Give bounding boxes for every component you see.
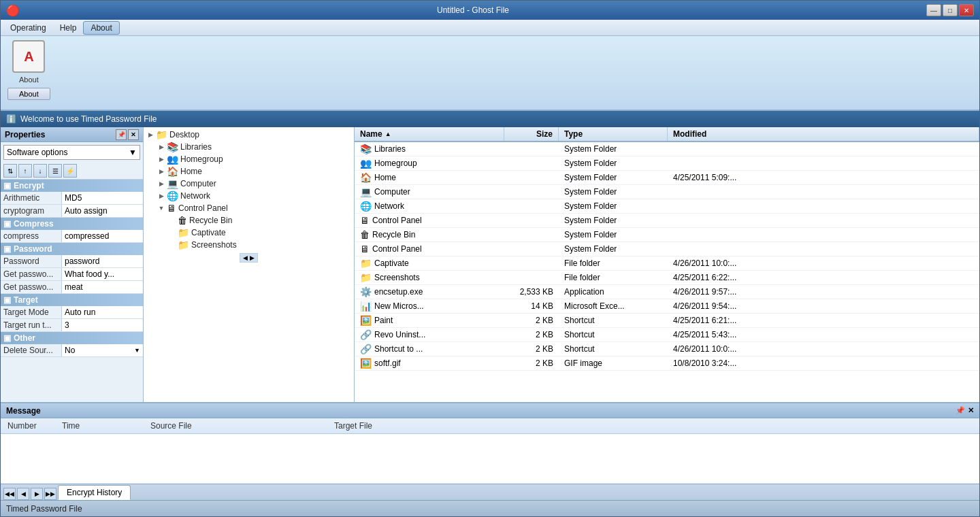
file-name-screenshots: 📁Screenshots <box>355 271 504 284</box>
prop-value-compress[interactable]: compressed <box>62 230 143 242</box>
tree-item-controlpanel[interactable]: ▼ 🖥 Control Panel <box>145 202 353 214</box>
file-row-captivate[interactable]: 📁Captivate File folder 4/26/2011 10:0:..… <box>355 256 979 271</box>
prop-tool-5[interactable]: ⚡ <box>63 164 77 178</box>
prop-key-getpw1: Get passwo... <box>1 268 62 280</box>
file-row-home[interactable]: 🏠Home System Folder 4/25/2011 5:09:... <box>355 171 979 185</box>
file-size-revo: 2 KB <box>504 329 559 341</box>
prop-close-button[interactable]: ✕ <box>128 129 139 140</box>
file-row-softf[interactable]: 🖼️softf.gif 2 KB GIF image 10/8/2010 3:2… <box>355 356 979 371</box>
tab-nav-prev[interactable]: ◀ <box>17 488 29 500</box>
tree-item-screenshots[interactable]: 📁 Screenshots <box>145 239 353 251</box>
prop-row-targetrunt: Target run t... 3 <box>1 319 143 332</box>
file-type-newmicros: Microsoft Exce... <box>559 300 668 312</box>
message-pin-btn[interactable]: 📌 <box>956 406 965 415</box>
file-row-newmicros[interactable]: 📊New Micros... 14 KB Microsoft Exce... 4… <box>355 299 979 314</box>
file-size-captivate <box>504 262 559 265</box>
tree-label-homegroup: Homegroup <box>180 154 223 164</box>
file-row-recyclebin[interactable]: 🗑Recycle Bin System Folder <box>355 228 979 242</box>
prop-value-targetrunt[interactable]: 3 <box>62 319 143 331</box>
prop-tool-4[interactable]: ☰ <box>48 164 62 178</box>
close-button[interactable]: ✕ <box>959 4 974 16</box>
file-row-revo[interactable]: 🔗Revo Uninst... 2 KB Shortcut 4/25/2011 … <box>355 328 979 342</box>
file-row-paint[interactable]: 🖼️Paint 2 KB Shortcut 4/25/2011 6:21:... <box>355 314 979 328</box>
section-target[interactable]: ▣ Target <box>1 294 143 306</box>
prop-value-arithmetic[interactable]: MD5 <box>62 192 143 204</box>
tree-item-recyclebin[interactable]: 🗑 Recycle Bin <box>145 214 353 227</box>
col-modified[interactable]: Modified <box>668 127 979 141</box>
minimize-button[interactable]: — <box>926 4 941 16</box>
col-name[interactable]: Name ▲ <box>355 127 504 141</box>
tree-item-computer[interactable]: ▶ 💻 Computer <box>145 178 353 190</box>
tree-toggle-controlpanel[interactable]: ▼ <box>156 203 167 214</box>
tree-item-captivate[interactable]: 📁 Captivate <box>145 227 353 239</box>
tree-toggle-home[interactable]: ▶ <box>156 166 167 177</box>
prop-value-getpw2[interactable]: meat <box>62 281 143 293</box>
tree-item-desktop[interactable]: ▶ 📁 Desktop <box>145 129 353 141</box>
tree-h-scroll[interactable]: ◀ ▶ <box>240 253 258 263</box>
col-type-label: Type <box>564 129 583 139</box>
prop-row-getpw2: Get passwo... meat <box>1 281 143 294</box>
section-compress[interactable]: ▣ Compress <box>1 218 143 230</box>
properties-title: Properties <box>5 130 45 139</box>
about-icon-large[interactable]: A <box>12 40 45 73</box>
file-name-network: 🌐Network <box>355 199 504 213</box>
tree-toggle-recyclebin[interactable] <box>167 215 178 226</box>
properties-dropdown[interactable]: Software options ▼ <box>3 145 140 160</box>
file-size-controlpanel <box>504 219 559 222</box>
menu-operating[interactable]: Operating <box>3 22 53 34</box>
tree-toggle-network[interactable]: ▶ <box>156 190 167 201</box>
message-content <box>1 434 979 483</box>
file-row-homegroup[interactable]: 👥Homegroup System Folder <box>355 156 979 171</box>
prop-value-cryptogram[interactable]: Auto assign <box>62 205 143 217</box>
file-row-shortcut[interactable]: 🔗Shortcut to ... 2 KB Shortcut 4/26/2011… <box>355 342 979 356</box>
tree-toggle-captivate[interactable] <box>167 227 178 238</box>
tree-toggle-libraries[interactable]: ▶ <box>156 141 167 152</box>
tree-toggle-computer[interactable]: ▶ <box>156 178 167 189</box>
prop-tool-2[interactable]: ↑ <box>18 164 32 178</box>
tree-item-network[interactable]: ▶ 🌐 Network <box>145 190 353 202</box>
tab-nav-first[interactable]: ◀◀ <box>3 488 16 500</box>
menu-help[interactable]: Help <box>53 22 84 34</box>
tab-nav-next[interactable]: ▶ <box>31 488 43 500</box>
menu-about[interactable]: About <box>83 21 119 35</box>
tab-encrypt-history[interactable]: Encrypt History <box>58 485 131 500</box>
properties-panel: Properties 📌 ✕ Software options ▼ ⇅ ↑ ↓ … <box>1 127 144 402</box>
file-row-controlpanel[interactable]: 🖥Control Panel System Folder <box>355 214 979 228</box>
window-controls: — □ ✕ <box>926 4 974 16</box>
file-row-encsetup[interactable]: ⚙️encsetup.exe 2,533 KB Application 4/26… <box>355 285 979 299</box>
file-row-screenshots[interactable]: 📁Screenshots File folder 4/25/2011 6:22:… <box>355 271 979 285</box>
tree-item-libraries[interactable]: ▶ 📚 Libraries <box>145 141 353 153</box>
file-row-libraries[interactable]: 📚Libraries System Folder <box>355 142 979 156</box>
file-type-controlpanel: System Folder <box>559 214 668 227</box>
file-modified-libraries <box>668 148 979 150</box>
message-close-btn[interactable]: ✕ <box>968 406 974 415</box>
tree-item-home[interactable]: ▶ 🏠 Home <box>145 165 353 178</box>
prop-tool-1[interactable]: ⇅ <box>3 164 17 178</box>
prop-pin-button[interactable]: 📌 <box>116 129 127 140</box>
tree-toggle-homegroup[interactable]: ▶ <box>156 154 167 165</box>
file-row-network[interactable]: 🌐Network System Folder <box>355 199 979 214</box>
file-size-home <box>504 176 559 179</box>
prop-value-password[interactable]: password <box>62 255 143 267</box>
status-text: Timed Password File <box>6 504 82 514</box>
tab-nav-last[interactable]: ▶▶ <box>44 488 56 500</box>
col-type[interactable]: Type <box>559 127 668 141</box>
prop-value-getpw1[interactable]: What food y... <box>62 268 143 280</box>
section-other[interactable]: ▣ Other <box>1 332 143 344</box>
tree-toggle-desktop[interactable]: ▶ <box>145 129 156 140</box>
about-button[interactable]: About <box>7 88 50 100</box>
prop-tool-3[interactable]: ↓ <box>33 164 47 178</box>
maximize-button[interactable]: □ <box>943 4 958 16</box>
file-row-controlpanel2[interactable]: 🖥Control Panel System Folder <box>355 242 979 256</box>
section-password[interactable]: ▣ Password <box>1 243 143 255</box>
section-encrypt[interactable]: ▣ Encrypt <box>1 180 143 192</box>
file-list-header: Name ▲ Size Type Modified <box>355 127 979 142</box>
file-type-network: System Folder <box>559 200 668 212</box>
tree-toggle-screenshots[interactable] <box>167 239 178 250</box>
file-size-libraries <box>504 148 559 150</box>
col-size[interactable]: Size <box>504 127 559 141</box>
prop-value-deletesrc[interactable]: No ▼ <box>62 344 143 356</box>
tree-item-homegroup[interactable]: ▶ 👥 Homegroup <box>145 153 353 165</box>
prop-value-targetmode[interactable]: Auto run <box>62 306 143 318</box>
file-row-computer[interactable]: 💻Computer System Folder <box>355 185 979 199</box>
